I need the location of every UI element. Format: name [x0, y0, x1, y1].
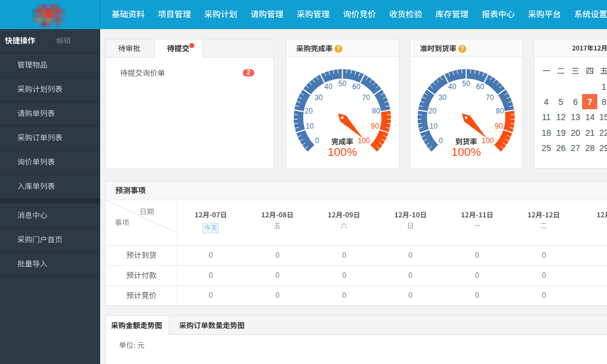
- svg-text:30: 30: [314, 93, 323, 102]
- svg-text:20: 20: [429, 107, 437, 115]
- svg-text:40: 40: [324, 83, 333, 91]
- svg-text:10: 10: [306, 122, 314, 130]
- svg-text:80: 80: [372, 107, 381, 115]
- svg-text:0: 0: [315, 136, 319, 145]
- svg-text:80: 80: [496, 107, 504, 115]
- svg-text:60: 60: [352, 83, 361, 91]
- svg-text:40: 40: [448, 83, 456, 91]
- svg-text:100%: 100%: [328, 146, 358, 158]
- svg-text:100%: 100%: [452, 146, 481, 158]
- svg-text:0: 0: [439, 136, 443, 145]
- svg-text:90: 90: [371, 122, 379, 130]
- svg-text:50: 50: [462, 79, 470, 88]
- svg-text:10: 10: [430, 122, 438, 130]
- svg-text:30: 30: [438, 93, 447, 102]
- svg-text:60: 60: [476, 83, 484, 91]
- svg-text:100: 100: [481, 136, 493, 145]
- svg-text:20: 20: [305, 107, 313, 115]
- svg-text:70: 70: [486, 93, 494, 102]
- svg-text:70: 70: [362, 93, 370, 102]
- svg-text:50: 50: [338, 79, 347, 88]
- svg-text:90: 90: [495, 122, 503, 130]
- svg-text:100: 100: [358, 136, 370, 145]
